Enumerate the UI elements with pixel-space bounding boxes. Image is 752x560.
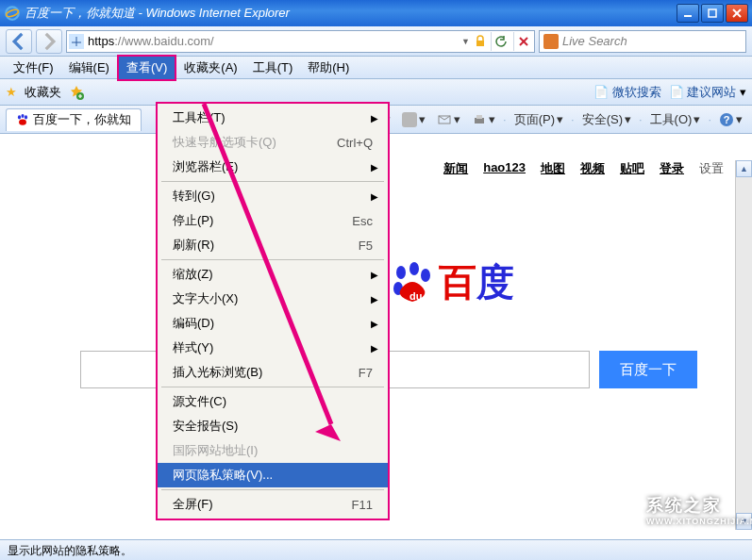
- svg-point-13: [25, 115, 27, 119]
- address-bar[interactable]: https://www.baidu.com/ ▼: [66, 30, 535, 53]
- nav-login[interactable]: 登录: [660, 160, 684, 177]
- baidu-top-nav: 新闻 hao123 地图 视频 贴吧 登录 设置: [443, 160, 724, 177]
- menu-tools[interactable]: 工具(T): [245, 57, 301, 79]
- close-button[interactable]: [726, 4, 748, 23]
- cmd-page[interactable]: 页面(P) ▾: [510, 109, 567, 130]
- nav-map[interactable]: 地图: [541, 160, 565, 177]
- print-button[interactable]: ▾: [468, 110, 499, 129]
- forward-button[interactable]: [36, 29, 62, 54]
- menuitem-intl-address: 国际网站地址(I): [158, 438, 388, 463]
- live-search-icon: [543, 34, 559, 49]
- site-icon: [69, 34, 84, 49]
- menu-bar: 文件(F) 编辑(E) 查看(V) 收藏夹(A) 工具(T) 帮助(H): [0, 57, 752, 79]
- view-menu-dropdown: 工具栏(T)▶ 快速导航选项卡(Q)Ctrl+Q 浏览器栏(E)▶ 转到(G)▶…: [156, 102, 390, 520]
- add-fav-icon[interactable]: [69, 85, 84, 100]
- svg-rect-3: [709, 9, 716, 17]
- page-icon: 📄: [669, 85, 684, 99]
- menuitem-security-report[interactable]: 安全报告(S): [158, 414, 388, 438]
- logo-text-du: 度: [476, 261, 514, 303]
- titlebar: 百度一下，你就知道 - Windows Internet Explorer: [0, 0, 752, 26]
- menuitem-quicktabs: 快速导航选项卡(Q)Ctrl+Q: [158, 130, 388, 155]
- link-suggest[interactable]: 📄 建议网站 ▾: [669, 84, 746, 101]
- cmd-tools[interactable]: 工具(O) ▾: [646, 109, 705, 130]
- nav-tieba[interactable]: 贴吧: [620, 160, 644, 177]
- nav-bar: https://www.baidu.com/ ▼ Live Search: [0, 26, 752, 57]
- menuitem-stop[interactable]: 停止(P)Esc: [158, 208, 388, 233]
- baidu-paw-icon: du: [390, 260, 435, 305]
- vertical-scrollbar[interactable]: ▲ ▼: [735, 160, 752, 530]
- dropdown-icon[interactable]: ▼: [461, 37, 470, 46]
- menu-edit[interactable]: 编辑(E): [61, 57, 117, 79]
- menu-help[interactable]: 帮助(H): [300, 57, 357, 79]
- favorites-star-icon[interactable]: ★: [6, 85, 17, 99]
- menuitem-privacy-policy[interactable]: 网页隐私策略(V)...: [158, 463, 388, 487]
- svg-text:?: ?: [724, 114, 730, 125]
- scroll-track[interactable]: [736, 177, 752, 513]
- menuitem-zoom[interactable]: 缩放(Z)▶: [158, 262, 388, 287]
- live-search-placeholder: Live Search: [562, 34, 627, 48]
- menuitem-fullscreen[interactable]: 全屏(F)F11: [158, 492, 388, 517]
- help-button[interactable]: ?▾: [715, 110, 746, 129]
- feeds-button[interactable]: ▾: [398, 110, 429, 129]
- svg-point-11: [18, 115, 21, 119]
- nav-settings[interactable]: 设置: [699, 160, 724, 177]
- cmd-safety[interactable]: 安全(S) ▾: [578, 109, 635, 130]
- refresh-button[interactable]: [491, 32, 510, 51]
- menuitem-caret[interactable]: 插入光标浏览(B)F7: [158, 360, 388, 385]
- svg-point-23: [421, 269, 430, 282]
- menu-separator: [161, 259, 384, 260]
- logo-text-bai: 百: [439, 261, 476, 303]
- menuitem-textsize[interactable]: 文字大小(X)▶: [158, 287, 388, 311]
- stop-button[interactable]: [513, 32, 532, 51]
- menuitem-goto[interactable]: 转到(G)▶: [158, 184, 388, 208]
- back-button[interactable]: [6, 29, 32, 54]
- baidu-search-button[interactable]: 百度一下: [599, 351, 697, 388]
- page-icon: 📄: [593, 85, 609, 99]
- menu-separator: [161, 489, 384, 490]
- maximize-button[interactable]: [701, 4, 724, 23]
- url-text: https://www.baidu.com/: [88, 34, 458, 48]
- menu-favorites[interactable]: 收藏夹(A): [176, 57, 244, 79]
- mail-button[interactable]: ▾: [433, 110, 464, 129]
- lock-icon: [474, 35, 487, 48]
- nav-video[interactable]: 视频: [580, 160, 605, 177]
- menuitem-style[interactable]: 样式(Y)▶: [158, 336, 388, 360]
- svg-point-12: [21, 114, 24, 118]
- menuitem-encoding[interactable]: 编码(D)▶: [158, 311, 388, 336]
- favorites-label[interactable]: 收藏夹: [25, 84, 61, 101]
- menu-view[interactable]: 查看(V): [117, 55, 176, 81]
- svg-rect-7: [476, 41, 484, 46]
- menuitem-explorerbar[interactable]: 浏览器栏(E)▶: [158, 155, 388, 179]
- svg-rect-15: [402, 112, 417, 127]
- scroll-up-button[interactable]: ▲: [736, 160, 752, 177]
- status-bar: 显示此网站的隐私策略。: [0, 539, 752, 560]
- minimize-button[interactable]: [677, 4, 699, 23]
- menu-file[interactable]: 文件(F): [6, 57, 61, 79]
- svg-point-22: [409, 262, 419, 275]
- menuitem-toolbars[interactable]: 工具栏(T)▶: [158, 106, 388, 130]
- scroll-down-button[interactable]: ▼: [736, 513, 752, 530]
- svg-point-21: [396, 266, 406, 279]
- status-text: 显示此网站的隐私策略。: [8, 544, 132, 557]
- baidu-logo: du 百度: [390, 256, 514, 308]
- tab-title: 百度一下，你就知: [33, 111, 131, 128]
- svg-rect-18: [476, 115, 482, 119]
- live-search-box[interactable]: Live Search: [539, 30, 746, 53]
- nav-hao123[interactable]: hao123: [483, 160, 526, 177]
- ie-icon: [4, 5, 21, 22]
- svg-text:du: du: [409, 290, 422, 302]
- svg-point-14: [19, 120, 26, 125]
- nav-news[interactable]: 新闻: [443, 160, 468, 177]
- menuitem-source[interactable]: 源文件(C): [158, 389, 388, 414]
- menuitem-refresh[interactable]: 刷新(R)F5: [158, 233, 388, 257]
- tab-baidu[interactable]: 百度一下，你就知: [6, 108, 142, 131]
- menu-separator: [161, 181, 384, 182]
- window-title: 百度一下，你就知道 - Windows Internet Explorer: [25, 5, 677, 22]
- baidu-favicon: [16, 113, 29, 126]
- menu-separator: [161, 387, 384, 387]
- link-mssearch[interactable]: 📄 微软搜索: [593, 84, 661, 101]
